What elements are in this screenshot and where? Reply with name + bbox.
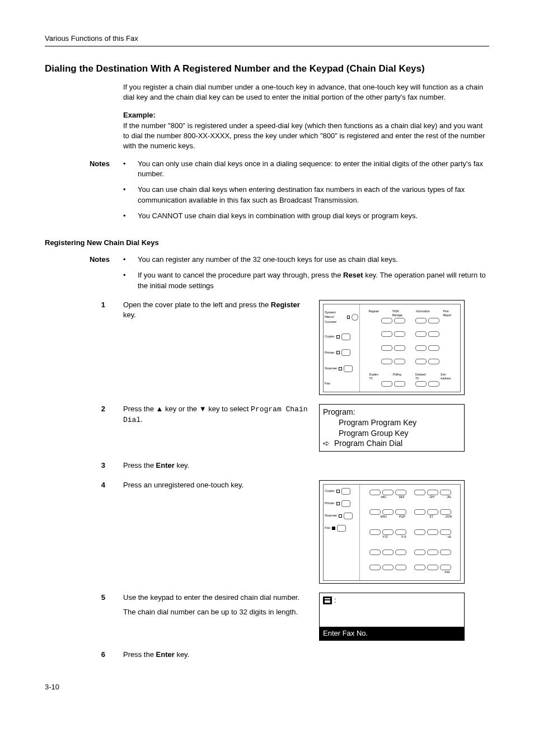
mode-fax: Fax [325, 381, 358, 386]
step-text: Press an unregistered one-touch key. [123, 480, 319, 490]
step-text: Press the Enter key. [123, 650, 319, 660]
control-panel-figure-2: Copier Printer Scanner Fax ABCDEFGHIJKL … [319, 480, 465, 584]
mode-printer: Printer [325, 349, 358, 356]
down-arrow-icon: ▼ [199, 405, 207, 413]
note-item: • You can only use chain dial keys once … [123, 159, 489, 179]
mode-copier: Copier [325, 488, 358, 495]
pointer-icon: ➪ [323, 438, 334, 449]
step-text: Press the ▲ key or the ▼ key to select P… [123, 404, 319, 425]
step-number: 2 [45, 404, 123, 414]
subheading: Registering New Chain Dial Keys [45, 238, 489, 248]
notes-label: Notes [45, 255, 123, 297]
step-6: 6 Press the Enter key. [45, 650, 489, 660]
note-item: • If you want to cancel the procedure pa… [123, 270, 489, 290]
step-4: 4 Press an unregistered one-touch key. C… [45, 480, 489, 584]
lcd-prompt: Enter Fax No. [320, 627, 464, 640]
step-1: 1 Open the cover plate to the left and p… [45, 300, 489, 395]
step-number: 5 [45, 593, 123, 603]
mode-fax: Fax [325, 525, 358, 532]
note-item: • You can register any number of the 32 … [123, 255, 489, 265]
running-header: Various Functions of this Fax [45, 34, 489, 46]
mode-printer: Printer [325, 500, 358, 507]
step-2: 2 Press the ▲ key or the ▼ key to select… [45, 404, 489, 452]
mode-scanner: Scanner [325, 365, 358, 372]
notes-label: Notes [45, 159, 123, 227]
step-number: 4 [45, 480, 123, 490]
intro-paragraph: If you register a chain dial number unde… [123, 82, 489, 102]
mode-copier: Copier [325, 334, 358, 340]
lcd-option: Program Program Key [323, 417, 461, 428]
step-number: 1 [45, 300, 123, 310]
example-text: If the number "800" is registered under … [123, 121, 485, 150]
step-5: 5 Use the keypad to enter the desired ch… [45, 593, 489, 641]
notes-block-a: Notes • You can only use chain dial keys… [45, 159, 489, 227]
control-panel-figure-1: System Menu/ Counter Copier Printer Scan… [319, 300, 465, 395]
page-number: 3-10 [45, 682, 489, 692]
mode-scanner: Scanner [325, 513, 358, 519]
lcd-display-fax-entry: : Enter Fax No. [319, 593, 465, 641]
notes-block-b: Notes • You can register any number of t… [45, 255, 489, 297]
note-item: • You CANNOT use chain dial keys in comb… [123, 211, 489, 221]
step-3: 3 Press the Enter key. [45, 461, 489, 471]
lcd-option: Program Group Key [323, 428, 461, 439]
up-arrow-icon: ▲ [156, 405, 163, 413]
step-text: Press the Enter key. [123, 461, 319, 471]
lcd-option-selected: ➪Program Chain Dial [323, 438, 461, 449]
step-text: Open the cover plate to the left and pre… [123, 300, 319, 320]
lcd-display-program: Program: Program Program Key Program Gro… [319, 404, 465, 452]
note-item: • You can use chain dial keys when enter… [123, 185, 489, 205]
step-text: Use the keypad to enter the desired chai… [123, 593, 319, 617]
example-block: Example: If the number "800" is register… [123, 110, 489, 151]
mode-system-menu: System Menu/ Counter [325, 310, 358, 324]
example-label: Example: [123, 111, 156, 119]
step-number: 3 [45, 461, 123, 471]
lcd-title: Program: [323, 407, 461, 417]
page-title: Dialing the Destination With A Registere… [45, 62, 489, 76]
step-number: 6 [45, 650, 123, 660]
fax-icon [323, 597, 332, 604]
